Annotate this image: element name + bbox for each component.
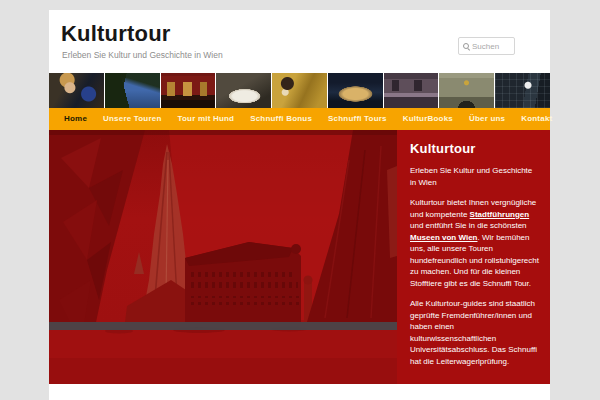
search-input[interactable] [472, 42, 510, 51]
intro-panel: Kulturtour Erleben Sie Kultur und Geschi… [397, 130, 550, 384]
header-thumbnail-burgtheater [328, 73, 383, 108]
intro-paragraph-2: Alle Kulturtour-guides sind staatlich ge… [410, 298, 539, 367]
hero-image-stephansdom [49, 130, 397, 384]
nav-item-home[interactable]: Home [56, 108, 95, 130]
header-thumbnail-karlsplatz [439, 73, 494, 108]
header-thumbnail-book [216, 73, 271, 108]
header-thumbnail-gallery [161, 73, 216, 108]
header-image-strip [49, 73, 550, 108]
header-thumbnail-salon [384, 73, 439, 108]
nav-item-kontakt[interactable]: Kontakt [513, 108, 560, 130]
stadtfuehrungen-link[interactable]: Stadtführungen [470, 210, 530, 219]
nav-item-kulturbooks[interactable]: KulturBooks [395, 108, 461, 130]
museen-von-wien-link[interactable]: Museen von Wien [410, 233, 478, 242]
intro-paragraph-1: Kulturtour bietet Ihnen vergnügliche und… [410, 197, 539, 289]
nav-item-ueber-uns[interactable]: Über uns [461, 108, 513, 130]
nav-item-tour-mit-hund[interactable]: Tour mit Hund [170, 108, 243, 130]
site-title[interactable]: Kulturtour [61, 21, 171, 47]
page-container: Kulturtour Erleben Sie Kultur und Geschi… [49, 10, 550, 400]
header-thumbnail-spires [105, 73, 160, 108]
header-thumbnail-facade [495, 73, 550, 108]
intro-subheading: Erleben Sie Kultur und Geschichte in Wie… [410, 165, 539, 188]
nav-item-schnuffi-tours[interactable]: Schnuffi Tours [320, 108, 395, 130]
intro-heading: Kulturtour [410, 141, 539, 156]
site-header: Kulturtour Erleben Sie Kultur und Geschi… [49, 10, 550, 73]
search-box[interactable] [458, 37, 515, 55]
nav-item-unsere-touren[interactable]: Unsere Touren [95, 108, 169, 130]
intro-text: und entführt Sie in die schönsten [410, 221, 527, 230]
hero-section: Kulturtour Erleben Sie Kultur und Geschi… [49, 130, 550, 384]
header-thumbnail-klimt [272, 73, 327, 108]
search-icon [463, 43, 469, 49]
hero-illustration [49, 130, 397, 384]
header-thumbnail-guide [49, 73, 104, 108]
hero-divider-band [49, 322, 397, 330]
nav-item-schnuffi-bonus[interactable]: Schnuffi Bonus [242, 108, 320, 130]
site-tagline: Erleben Sie Kultur und Geschichte in Wie… [62, 50, 223, 60]
main-navigation: Home Unsere Touren Tour mit Hund Schnuff… [49, 108, 550, 130]
